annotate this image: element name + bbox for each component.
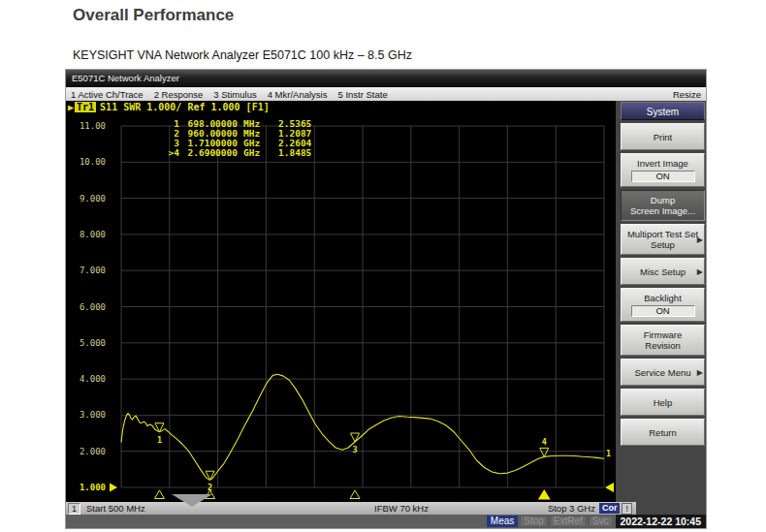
menu-item-3[interactable]: 3 Stimulus — [213, 89, 256, 100]
active-trace-indicator-icon: ▶ — [68, 102, 74, 112]
marker-number-label: 4 — [542, 437, 547, 447]
correction-badge: Cor — [599, 503, 621, 514]
softkey-label: Setup — [622, 239, 703, 250]
y-axis-tick-label: 2.000 — [80, 447, 106, 456]
marker-stimulus-triangle-icon — [350, 490, 360, 499]
softkey-button-firmware-revision[interactable]: FirmwareRevision — [621, 325, 705, 356]
softkey-label: Service Menu — [622, 367, 703, 378]
marker-stimulus-triangle-active-icon — [538, 489, 551, 500]
marker-frequency: 2.6900000 — [179, 148, 238, 158]
marker-glyph-icon — [351, 433, 360, 442]
page-subtitle: KEYSIGHT VNA Network Analyzer E5071C 100… — [73, 48, 412, 62]
softkey-button-invert-image[interactable]: Invert ImageON — [621, 153, 705, 187]
softkey-label: Screen Image... — [622, 205, 703, 216]
softkey-button-service-menu[interactable]: Service Menu▶ — [621, 359, 705, 386]
y-axis-tick-label: 6.000 — [80, 302, 106, 312]
y-axis-tick-label: 4.000 — [80, 374, 106, 384]
channel-number-box: 1 — [68, 503, 80, 515]
menu-item-resize[interactable]: Resize — [673, 89, 701, 100]
marker-number-label: 1 — [157, 435, 162, 445]
menu-item-5[interactable]: 5 Instr State — [337, 89, 387, 100]
page-title: Overall Performance — [73, 6, 234, 25]
start-frequency-label: Start 500 MHz — [86, 503, 145, 514]
y-axis-tick-label: 10.00 — [80, 157, 106, 167]
marker-table-row: >42.6900000GHz1.8485 — [162, 148, 311, 158]
channel-status-filler — [636, 502, 706, 515]
softkey-label: Print — [622, 132, 703, 142]
marker-table: 1698.00000MHz2.53652960.00000MHz1.208731… — [162, 119, 311, 158]
marker-stimulus-triangle-icon — [154, 490, 164, 499]
y-axis-tick-label: 8.000 — [80, 230, 106, 239]
marker-unit: GHz — [238, 148, 271, 158]
softkey-panel: SystemPrintInvert ImageONDumpScreen Imag… — [616, 101, 706, 502]
softkey-button-dump-screen-image[interactable]: DumpScreen Image... — [621, 190, 705, 221]
softkey-button-multiport-test-set-setup[interactable]: Multiport Test SetSetup▶ — [621, 224, 705, 255]
y-axis-tick-label: 9.000 — [80, 194, 106, 203]
trace-label-chip: Tr1 — [75, 102, 96, 112]
stop-frequency-label: Stop 3 GHz — [548, 503, 595, 514]
softkey-label: Help — [622, 397, 703, 408]
datetime-display: 2022-12-22 10:45 — [616, 515, 706, 528]
softkey-label: Revision — [622, 340, 703, 351]
softkey-label: Dump — [622, 195, 703, 205]
softkey-button-backlight[interactable]: BacklightON — [621, 288, 705, 322]
menu-bar: 1 Active Ch/Trace2 Response3 Stimulus4 M… — [66, 87, 706, 101]
softkey-label: Multiport Test Set — [622, 229, 703, 239]
svc-status-badge: Svc — [589, 516, 613, 527]
channel-status-gray: 1 Start 500 MHz IFBW 70 kHz Stop 3 GHz C… — [66, 502, 636, 515]
swr-plot: 11.0010.009.0008.0007.0006.0005.0004.000… — [66, 101, 616, 502]
menu-item-2[interactable]: 2 Response — [154, 89, 204, 100]
y-axis-tick-label: 1.000 — [80, 483, 106, 492]
trace-status-bar[interactable]: ▶Tr1S11 SWR 1.000/ Ref 1.000 [F1] — [68, 102, 270, 113]
vna-window: E5071C Network Analyzer 1 Active Ch/Trac… — [66, 70, 706, 528]
submenu-arrow-icon: ▶ — [697, 368, 703, 377]
extref-status-badge: ExtRef — [550, 516, 587, 527]
window-title: E5071C Network Analyzer — [72, 73, 179, 83]
shadow-artifact-triangle-icon — [172, 494, 212, 507]
menu-item-4[interactable]: 4 Mkr/Analysis — [268, 89, 328, 100]
main-area: 11.0010.009.0008.0007.0006.0005.0004.000… — [66, 101, 706, 502]
softkey-button-return[interactable]: Return — [621, 419, 705, 446]
reference-level-marker-icon — [110, 484, 117, 492]
marker-number: >4 — [162, 148, 179, 158]
softkey-header-system: System — [621, 102, 705, 120]
trace-end-label: 1 — [606, 449, 611, 458]
softkey-label: Misc Setup — [622, 266, 703, 277]
softkey-label: Backlight — [622, 293, 703, 303]
menu-item-1[interactable]: 1 Active Ch/Trace — [71, 89, 144, 100]
softkey-state-box: ON — [631, 305, 695, 317]
stop-status-badge: Stop — [520, 516, 548, 527]
y-axis-tick-label: 7.000 — [80, 266, 106, 275]
softkey-button-help[interactable]: Help — [621, 389, 705, 416]
instrument-status-bar: Meas Stop ExtRef Svc 2022-12-22 10:45 — [66, 515, 706, 528]
marker-glyph-icon — [540, 448, 549, 456]
y-axis-tick-label: 11.00 — [80, 121, 106, 131]
alert-badge: ! — [622, 503, 632, 515]
submenu-arrow-icon: ▶ — [697, 267, 703, 276]
y-axis-tick-label: 3.000 — [80, 410, 106, 420]
submenu-arrow-icon: ▶ — [697, 235, 703, 244]
meas-status-badge: Meas — [487, 516, 518, 527]
marker-number-label: 3 — [352, 445, 357, 454]
softkey-state-box: ON — [631, 171, 695, 182]
softkey-label: Firmware — [622, 329, 703, 340]
sweep-cursor-icon — [605, 483, 614, 492]
window-titlebar[interactable]: E5071C Network Analyzer — [66, 70, 706, 87]
softkey-label: Return — [622, 427, 703, 438]
channel-status-bar: 1 Start 500 MHz IFBW 70 kHz Stop 3 GHz C… — [66, 502, 706, 515]
trace-format-text: S11 SWR 1.000/ Ref 1.000 [F1] — [100, 102, 270, 112]
softkey-button-print[interactable]: Print — [621, 123, 705, 150]
marker-value: 1.8485 — [271, 148, 311, 158]
y-axis-tick-label: 5.000 — [80, 338, 106, 348]
screen-area: 11.0010.009.0008.0007.0006.0005.0004.000… — [66, 101, 616, 502]
softkey-label: Invert Image — [622, 158, 703, 169]
ifbw-label: IFBW 70 kHz — [374, 503, 429, 514]
softkey-button-misc-setup[interactable]: Misc Setup▶ — [621, 258, 705, 285]
